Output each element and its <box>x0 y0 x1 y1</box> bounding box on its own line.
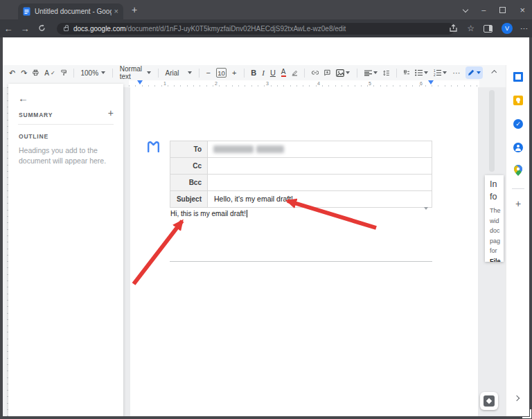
insert-link-icon[interactable] <box>312 70 319 75</box>
font-size-increase-button[interactable]: + <box>232 69 236 77</box>
hide-side-panel-icon[interactable] <box>514 395 520 401</box>
svg-text:2: 2 <box>434 73 436 76</box>
email-body-text[interactable]: Hi, this is my email draft! <box>170 210 247 217</box>
outline-hint-text: Headings you add to the document will ap… <box>19 145 117 166</box>
numbered-list-button[interactable]: 12 <box>434 69 447 76</box>
tab-close-icon[interactable]: × <box>114 8 118 15</box>
checklist-icon[interactable] <box>404 69 410 76</box>
maximize-button[interactable] <box>499 7 506 13</box>
bulleted-list-button[interactable] <box>415 69 428 76</box>
browser-avatar[interactable]: V <box>502 23 513 34</box>
draft-collapse-chevron-icon[interactable] <box>424 207 428 210</box>
email-draft-fields[interactable]: To Cc Bcc Subject Hello, it's my ema <box>170 141 432 208</box>
browser-toolbar: ← → docs.google.com/document/d/1nFJ-uyK0… <box>0 19 532 37</box>
ruler-ticks: 1 2 3 4 5 6 <box>129 80 479 87</box>
minimize-button[interactable]: – <box>481 6 486 14</box>
close-outline-icon[interactable]: ← <box>18 92 28 104</box>
clipped-info-card: In fo The wid doc pag for File <box>485 175 504 262</box>
insert-image-button[interactable] <box>336 69 350 77</box>
url-path: /document/d/1nFJ-uyK0T5kmyzfaiDnv02HAECd… <box>126 25 346 33</box>
docs-favicon-icon <box>23 7 30 16</box>
window-controls: – × <box>463 0 525 19</box>
card-text-line: The <box>490 206 504 216</box>
subject-value[interactable]: Hello, it's my email draft! <box>208 191 432 207</box>
forward-button[interactable]: → <box>17 24 33 34</box>
print-icon[interactable] <box>33 69 39 77</box>
browser-tab[interactable]: Untitled document - Google Do × <box>18 3 123 19</box>
toolbar-more-button[interactable]: ··· <box>452 69 460 77</box>
font-size-field[interactable]: 10 <box>216 68 227 78</box>
scrollbar-thumb[interactable] <box>489 90 495 172</box>
paint-format-icon[interactable] <box>61 69 66 77</box>
italic-button[interactable]: I <box>262 69 265 77</box>
to-value[interactable] <box>208 141 432 157</box>
card-text-line: wid <box>490 216 504 226</box>
window-frame <box>0 416 532 419</box>
zoom-select[interactable]: 100% <box>80 69 105 77</box>
bcc-value[interactable] <box>208 175 432 190</box>
bcc-label: Bcc <box>170 175 208 190</box>
side-panel-icon[interactable] <box>484 25 493 33</box>
add-summary-button[interactable]: + <box>108 107 114 118</box>
explore-button[interactable] <box>480 392 498 410</box>
close-window-button[interactable]: × <box>520 5 525 15</box>
bold-button[interactable]: B <box>251 69 256 77</box>
ruler-number: 5 <box>369 81 371 86</box>
bookmark-star-icon[interactable]: ☆ <box>467 24 475 33</box>
highlight-color-icon[interactable] <box>292 69 298 77</box>
editing-mode-button[interactable] <box>466 66 483 79</box>
font-select[interactable]: Arial <box>165 69 191 77</box>
card-text-line: doc <box>490 226 504 236</box>
share-page-icon[interactable] <box>449 24 458 33</box>
vertical-ruler <box>3 87 8 416</box>
back-button[interactable]: ← <box>0 24 17 34</box>
tab-title: Untitled document - Google Do <box>35 8 112 15</box>
email-field-bcc[interactable]: Bcc <box>170 175 432 191</box>
reload-button[interactable] <box>33 24 50 34</box>
new-tab-button[interactable]: + <box>132 4 137 15</box>
line-spacing-icon[interactable] <box>383 69 389 77</box>
email-field-to[interactable]: To <box>170 141 432 158</box>
cc-value[interactable] <box>208 158 432 174</box>
lock-icon[interactable] <box>64 27 69 31</box>
redacted-recipient <box>213 145 254 153</box>
calendar-icon[interactable] <box>506 72 530 82</box>
browser-window: Untitled document - Google Do × + – × ← … <box>0 0 532 419</box>
url-domain: docs.google.com <box>73 25 126 33</box>
document-page[interactable]: To Cc Bcc Subject Hello, it's my ema <box>130 87 478 416</box>
ruler-number: 4 <box>317 81 320 86</box>
keep-icon[interactable] <box>506 96 530 105</box>
email-field-cc[interactable]: Cc <box>170 158 432 175</box>
text-color-button[interactable]: A <box>281 69 286 77</box>
card-text-line: pag <box>490 236 504 247</box>
window-menu-chevron-icon[interactable] <box>463 7 468 12</box>
svg-text:1: 1 <box>434 69 436 73</box>
left-indent-marker[interactable] <box>137 80 143 84</box>
outline-sidebar: ← SUMMARY + OUTLINE Headings you add to … <box>8 84 123 416</box>
add-comment-icon[interactable] <box>324 69 330 77</box>
address-bar[interactable]: docs.google.com/document/d/1nFJ-uyK0T5km… <box>57 23 454 35</box>
font-size-decrease-button[interactable]: − <box>206 69 210 77</box>
paragraph-style-select[interactable]: Normal text <box>120 65 151 80</box>
subject-label: Subject <box>170 191 208 207</box>
ruler-number: 6 <box>420 81 423 86</box>
document-canvas: To Cc Bcc Subject Hello, it's my ema <box>3 87 506 416</box>
window-frame <box>529 37 532 419</box>
contacts-icon[interactable] <box>506 143 530 152</box>
underline-button[interactable]: U <box>270 69 276 77</box>
browser-menu-icon[interactable]: ⋮ <box>522 25 526 33</box>
email-field-subject[interactable]: Subject Hello, it's my email draft! <box>170 191 432 208</box>
maps-icon[interactable] <box>506 165 530 176</box>
cc-label: Cc <box>170 158 208 174</box>
docs-header: Untitled document ☆ File Edit View Inser… <box>0 37 532 65</box>
spellcheck-icon[interactable]: A✓ <box>44 69 55 77</box>
align-button[interactable] <box>364 70 378 76</box>
card-heading-line: fo <box>490 190 504 203</box>
explore-icon <box>484 395 495 407</box>
redo-icon[interactable]: ↷ <box>21 69 27 78</box>
right-indent-marker[interactable] <box>428 80 434 84</box>
hide-menus-icon[interactable] <box>492 70 497 75</box>
get-addons-button[interactable]: + <box>506 198 530 209</box>
tasks-icon[interactable]: ✓ <box>506 119 530 129</box>
undo-icon[interactable]: ↶ <box>9 69 15 78</box>
